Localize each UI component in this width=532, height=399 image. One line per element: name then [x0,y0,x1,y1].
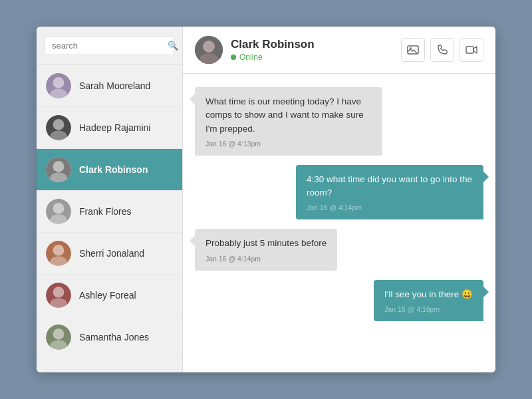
contact-item-hadeep-rajamini[interactable]: Hadeep Rajamini [37,107,182,149]
avatar-samantha-jones [46,325,71,350]
chat-header: Clark Robinson Online [183,27,495,74]
app-window: 🔍 Sarah Mooreland Hadeep Rajamini [37,27,495,372]
message-row-msg1: What time is our meeting today? I have c… [195,87,483,156]
avatar-clark-robinson [46,157,71,182]
avatar-ashley-foreal [46,283,71,308]
search-icon: 🔍 [168,41,178,51]
message-bubble-msg3: Probably just 5 minutes before Jan 16 @ … [195,229,337,270]
message-row-msg3: Probably just 5 minutes before Jan 16 @ … [195,229,483,270]
svg-point-16 [53,287,65,298]
contact-name-hadeep-rajamini: Hadeep Rajamini [79,122,150,133]
message-text-msg1: What time is our meeting today? I have c… [205,95,372,136]
svg-point-25 [410,47,412,49]
contact-name-samantha-jones: Samantha Jones [79,332,149,342]
contact-item-frank-flores[interactable]: Frank Flores [37,191,182,233]
message-time-msg3: Jan 16 @ 4:14pm [205,255,327,263]
contact-name-sherri-jonaland: Sherri Jonaland [79,248,144,259]
contact-name-sarah-mooreland: Sarah Mooreland [79,80,150,91]
svg-rect-26 [466,47,473,53]
avatar-sherri-jonaland [46,241,71,266]
contact-item-clark-robinson[interactable]: Clark Robinson [37,149,182,191]
message-bubble-msg2: 4:30 what time did you want to go into t… [296,165,483,220]
contact-name-frank-flores: Frank Flores [79,206,132,217]
message-time-msg4: Jan 16 @ 4:16pm [384,305,473,313]
contact-item-sherri-jonaland[interactable]: Sherri Jonaland [37,233,182,275]
contact-name-ashley-foreal: Ashley Foreal [79,290,136,301]
message-row-msg4: I'll see you in there 😀 Jan 16 @ 4:16pm [195,280,483,321]
contact-item-samantha-jones[interactable]: Samantha Jones [37,317,182,358]
contact-list: Sarah Mooreland Hadeep Rajamini Clark Ro… [37,65,182,372]
svg-point-19 [53,329,65,340]
search-box: 🔍 [45,36,174,55]
svg-point-22 [203,41,215,53]
message-text-msg2: 4:30 what time did you want to go into t… [307,173,473,200]
search-container: 🔍 [37,27,182,65]
svg-point-13 [53,245,65,256]
svg-point-7 [53,161,65,172]
chat-area: Clark Robinson Online [183,27,495,372]
video-action-button[interactable] [460,38,483,62]
contact-item-sarah-mooreland[interactable]: Sarah Mooreland [37,65,182,107]
contact-name-clark-robinson: Clark Robinson [79,164,148,175]
image-action-button[interactable] [401,38,425,62]
chat-header-avatar [195,36,223,64]
message-bubble-msg1: What time is our meeting today? I have c… [195,87,382,156]
svg-point-10 [53,203,65,214]
message-text-msg4: I'll see you in there 😀 [384,288,473,301]
chat-contact-name: Clark Robinson [231,38,401,51]
status-dot [231,55,236,60]
message-text-msg3: Probably just 5 minutes before [205,237,327,250]
avatar-sarah-mooreland [46,73,71,98]
chat-actions [401,38,483,62]
message-time-msg1: Jan 16 @ 4:13pm [205,140,372,148]
avatar-hadeep-rajamini [46,115,71,140]
search-input[interactable] [52,41,164,51]
svg-point-4 [53,119,65,130]
phone-action-button[interactable] [430,38,454,62]
svg-point-1 [53,77,65,88]
chat-status: Online [231,53,401,62]
status-label: Online [239,53,263,62]
message-time-msg2: Jan 16 @ 4:14pm [307,203,473,211]
contact-item-ashley-foreal[interactable]: Ashley Foreal [37,275,182,317]
chat-header-info: Clark Robinson Online [231,38,401,62]
avatar-frank-flores [46,199,71,224]
message-bubble-msg4: I'll see you in there 😀 Jan 16 @ 4:16pm [374,280,483,321]
messages-container: What time is our meeting today? I have c… [183,74,495,372]
sidebar: 🔍 Sarah Mooreland Hadeep Rajamini [37,27,183,372]
message-row-msg2: 4:30 what time did you want to go into t… [195,165,483,220]
